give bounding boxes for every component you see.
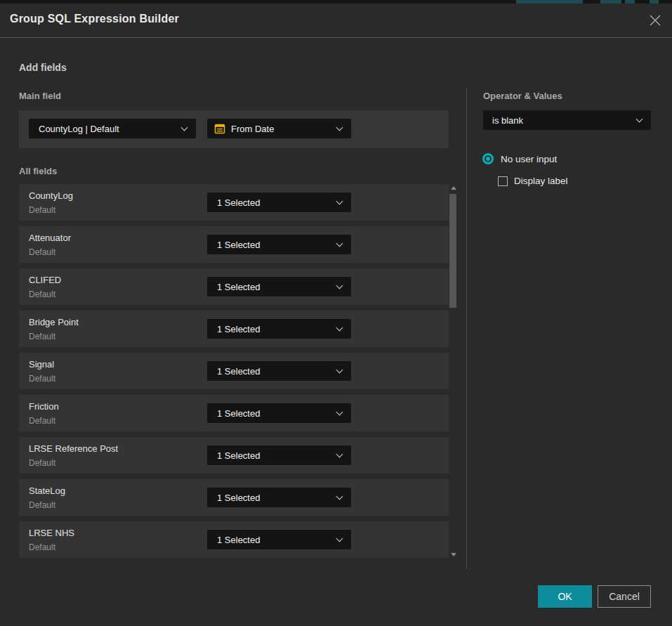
dialog-title: Group SQL Expression Builder [10, 13, 179, 25]
field-row: Friction Default 1 Selected [19, 395, 449, 431]
field-selection-dropdown[interactable]: 1 Selected [207, 530, 351, 549]
ok-button[interactable]: OK [538, 585, 592, 608]
all-fields-label: All fields [19, 166, 57, 176]
main-field-dropdown-value: From Date [231, 124, 274, 134]
field-selection-dropdown[interactable]: 1 Selected [207, 235, 351, 254]
main-field-panel: CountyLog | Default From Date [19, 110, 449, 148]
field-row: CLIFED Default 1 Selected [19, 268, 449, 305]
no-user-input-radio[interactable] [482, 153, 494, 164]
chevron-down-icon [336, 367, 343, 374]
field-selection-dropdown[interactable]: 1 Selected [207, 319, 351, 339]
chevron-down-icon [336, 124, 343, 131]
field-sublabel: Default [29, 458, 55, 468]
field-row: CountyLog Default 1 Selected [19, 184, 449, 221]
field-selection-value: 1 Selected [217, 324, 260, 334]
operator-values-label: Operator & Values [483, 91, 562, 101]
chevron-down-icon [336, 325, 343, 332]
field-selection-value: 1 Selected [217, 535, 260, 545]
dialog-titlebar: Group SQL Expression Builder [0, 4, 672, 37]
panel-divider [466, 88, 467, 569]
field-row: Signal Default 1 Selected [19, 353, 449, 389]
field-selection-value: 1 Selected [217, 197, 260, 208]
no-user-input-option[interactable]: No user input [482, 153, 557, 164]
field-name: Friction [29, 401, 59, 412]
field-name: Bridge Point [29, 317, 79, 327]
field-selection-value: 1 Selected [217, 282, 260, 292]
chevron-down-icon [336, 493, 343, 500]
field-sublabel: Default [29, 374, 55, 384]
field-sublabel: Default [29, 289, 55, 299]
field-sublabel: Default [29, 500, 55, 510]
title-divider [0, 37, 672, 38]
scroll-down-arrow-icon[interactable] [451, 553, 456, 556]
field-name: CountyLog [29, 190, 73, 201]
field-selection-value: 1 Selected [217, 408, 260, 419]
field-sublabel: Default [29, 416, 55, 426]
field-row: LRSE NHS Default 1 Selected [19, 521, 449, 558]
field-row: Bridge Point Default 1 Selected [19, 311, 449, 347]
field-name: StateLog [29, 485, 65, 496]
field-selection-dropdown[interactable]: 1 Selected [207, 361, 351, 381]
chevron-down-icon [336, 451, 343, 458]
field-name: Attenuator [29, 233, 71, 243]
fields-scrollbar[interactable] [449, 184, 458, 561]
field-selection-value: 1 Selected [217, 366, 260, 377]
calendar-date-icon [214, 123, 225, 134]
chevron-down-icon [181, 124, 188, 131]
field-sublabel: Default [29, 247, 55, 257]
field-name: Signal [29, 359, 54, 370]
group-sql-expression-builder-dialog: Group SQL Expression Builder Add fields … [0, 4, 672, 626]
field-row: Attenuator Default 1 Selected [19, 226, 449, 263]
field-selection-value: 1 Selected [217, 450, 260, 461]
field-selection-dropdown[interactable]: 1 Selected [207, 277, 351, 296]
display-label-text: Display label [514, 176, 568, 186]
field-selection-dropdown[interactable]: 1 Selected [207, 403, 351, 423]
display-label-option[interactable]: Display label [498, 176, 568, 186]
field-sublabel: Default [29, 332, 55, 341]
no-user-input-label: No user input [501, 154, 557, 164]
add-fields-heading: Add fields [19, 62, 67, 73]
field-selection-value: 1 Selected [217, 493, 260, 503]
field-row: LRSE Reference Post Default 1 Selected [19, 437, 449, 474]
field-selection-dropdown[interactable]: 1 Selected [207, 488, 351, 507]
main-layer-dropdown[interactable]: CountyLog | Default [29, 119, 196, 138]
chevron-down-icon [336, 409, 343, 416]
main-layer-dropdown-value: CountyLog | Default [39, 124, 119, 134]
field-row: StateLog Default 1 Selected [19, 479, 449, 516]
field-selection-dropdown[interactable]: 1 Selected [207, 445, 351, 465]
field-name: LRSE NHS [29, 528, 74, 538]
scroll-up-arrow-icon[interactable] [451, 186, 456, 190]
chevron-down-icon [336, 535, 343, 542]
close-icon[interactable] [648, 13, 662, 27]
main-field-label: Main field [19, 91, 61, 101]
field-selection-value: 1 Selected [217, 240, 260, 250]
operator-dropdown-value: is blank [492, 115, 523, 126]
chevron-down-icon [336, 240, 343, 247]
field-name: LRSE Reference Post [29, 443, 118, 454]
operator-dropdown[interactable]: is blank [483, 110, 651, 130]
chevron-down-icon [336, 282, 343, 289]
chevron-down-icon [336, 198, 343, 205]
field-sublabel: Default [29, 542, 55, 552]
display-label-checkbox[interactable] [498, 176, 508, 186]
main-field-dropdown[interactable]: From Date [207, 119, 351, 138]
all-fields-list: CountyLog Default 1 Selected Attenuator … [19, 184, 449, 563]
field-name: CLIFED [29, 275, 61, 285]
field-selection-dropdown[interactable]: 1 Selected [207, 193, 351, 212]
scrollbar-thumb[interactable] [449, 194, 456, 308]
cancel-button[interactable]: Cancel [598, 585, 651, 608]
chevron-down-icon [636, 116, 643, 123]
field-sublabel: Default [29, 205, 55, 215]
